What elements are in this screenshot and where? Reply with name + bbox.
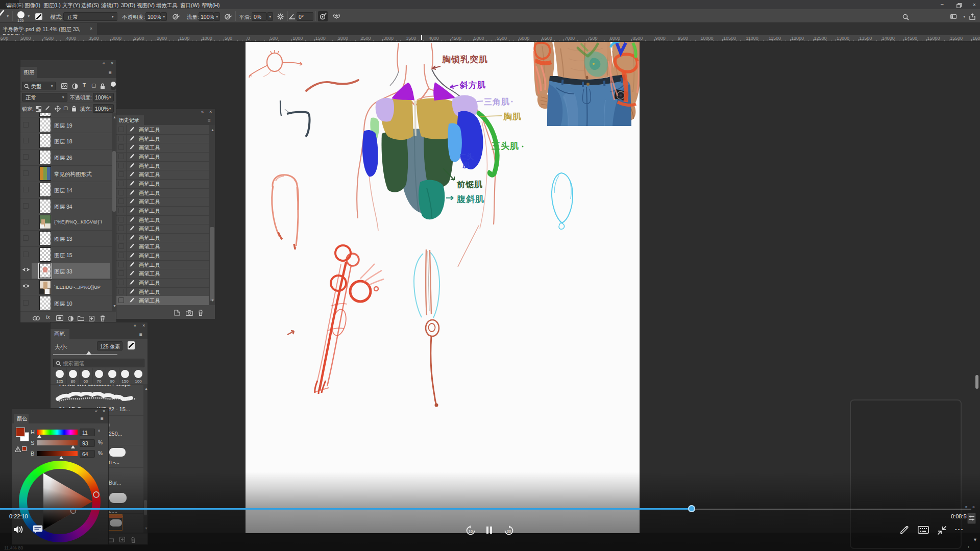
svg-text:10: 10 [469, 529, 473, 534]
svg-text:前锯肌: 前锯肌 [456, 180, 483, 189]
svg-text:肌: 肌 [462, 161, 470, 169]
svg-text:30: 30 [507, 529, 511, 534]
svg-text:斜方肌: 斜方肌 [459, 80, 486, 89]
svg-text:三头肌: 三头肌 [492, 141, 519, 151]
svg-text:腹斜肌: 腹斜肌 [456, 194, 484, 204]
svg-text:三角肌: 三角肌 [484, 97, 510, 106]
svg-text:胸肌: 胸肌 [503, 112, 522, 121]
svg-text:胸锁乳突肌: 胸锁乳突肌 [442, 55, 488, 64]
svg-text:二头: 二头 [459, 153, 474, 161]
